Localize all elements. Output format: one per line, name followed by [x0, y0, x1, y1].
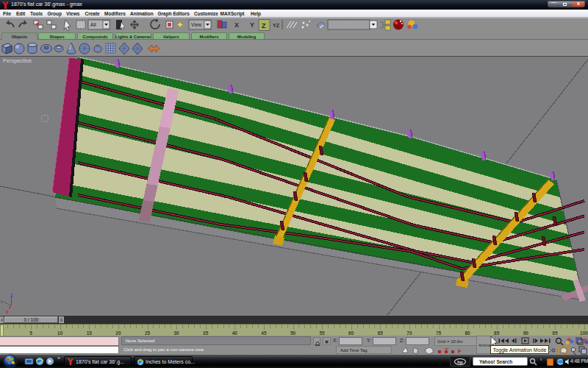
svg-text:z: z [10, 292, 13, 297]
svg-text:View: View [191, 22, 201, 27]
svg-text:F: F [458, 349, 462, 354]
svg-text:Z: Z [262, 22, 266, 29]
svg-text:YZ: YZ [273, 23, 280, 28]
svg-text:Y: Y [250, 21, 254, 29]
svg-text:All: All [90, 22, 96, 27]
svg-text:x: x [6, 309, 9, 314]
svg-text:Y: Y [0, 300, 4, 305]
svg-text:X: X [234, 21, 239, 29]
